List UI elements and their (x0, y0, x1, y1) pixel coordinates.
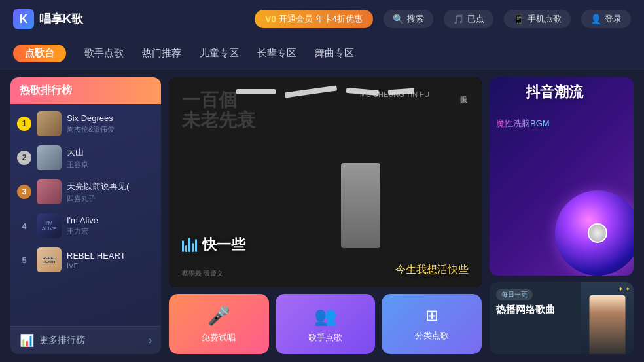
stars-decoration: ✦ ✦ (618, 285, 630, 293)
nav-item-hot[interactable]: 热门推荐 (142, 45, 181, 62)
more-chart-label: 更多排行榜 (39, 335, 85, 346)
video-scene: 一百個 未老先衰 MC CHEUNG TIN FU 張天賦 快一些 今生我想活快… (169, 77, 482, 287)
chart-info-1: Six Degrees 周杰伦&派伟俊 (67, 113, 154, 134)
daily-person-figure (590, 295, 626, 354)
chart-title-5: REBEL HEART (67, 251, 154, 261)
action-row: 🎤 免费试唱 👥 歌手点歌 ⊞ 分类点歌 (169, 294, 482, 354)
arrow-right-icon: › (149, 335, 152, 346)
chart-thumb-1 (37, 111, 62, 136)
vip-label: 开通会员 年卡4折优惠 (279, 13, 363, 25)
lyrics-main-text: 快一些 (202, 235, 245, 255)
mobile-label: 手机点歌 (528, 13, 562, 25)
vip-prefix: V0 (265, 14, 276, 24)
lyrics-sub-text: 今生我想活快些 (395, 263, 469, 277)
nav-item-children[interactable]: 儿童专区 (200, 45, 239, 62)
chart-thumb-4: I'MALIVE (37, 213, 62, 238)
chart-artist-2: 王容卓 (67, 160, 154, 170)
chart-thumb-2 (37, 145, 62, 170)
login-button[interactable]: 👤 登录 (581, 10, 631, 28)
chart-artist-5: IVE (67, 262, 154, 270)
microphone-icon: 🎤 (207, 305, 230, 327)
chart-item-2[interactable]: 2 大山 王容卓 (10, 141, 161, 175)
chart-header: 热歌排行榜 (10, 77, 161, 104)
video-text-overlay: 一百個 未老先衰 (182, 90, 255, 131)
chart-title-1: Six Degrees (67, 113, 154, 123)
chart-panel: 热歌排行榜 1 Six Degrees 周杰伦&派伟俊 2 大山 王容卓 (10, 77, 161, 354)
chart-title-4: I'm Alive (67, 215, 154, 225)
daily-left: 每日一更 热播网络歌曲 (490, 282, 581, 354)
rank-badge-4: 4 (17, 219, 31, 233)
chart-item-4[interactable]: 4 I'MALIVE I'm Alive 王力宏 (10, 209, 161, 243)
more-chart-button[interactable]: 📊 更多排行榜 › (10, 326, 161, 354)
lyrics-bar: 快一些 (182, 235, 245, 255)
chart-info-4: I'm Alive 王力宏 (67, 215, 154, 236)
singer-song-button[interactable]: 👥 歌手点歌 (276, 294, 376, 354)
chart-artist-4: 王力宏 (67, 226, 154, 236)
app-logo-text: 唱享K歌 (39, 11, 83, 27)
daily-title: 热播网络歌曲 (496, 303, 575, 316)
disc-inner (588, 223, 607, 243)
rank-badge-3: 3 (17, 185, 31, 199)
rank-badge-1: 1 (17, 117, 31, 131)
queue-icon: 🎵 (453, 14, 464, 24)
nav-item-song-stage[interactable]: 点歌台 (13, 45, 66, 62)
chart-title-3: 天亮以前说再见( (67, 181, 154, 192)
daily-tag: 每日一更 (496, 289, 533, 300)
video-mc-name: MC CHEUNG TIN FU (360, 90, 429, 98)
video-person (341, 163, 380, 248)
nav-bar: 点歌台 歌手点歌 热门推荐 儿童专区 长辈专区 舞曲专区 (0, 38, 644, 69)
center-panel: 一百個 未老先衰 MC CHEUNG TIN FU 張天賦 快一些 今生我想活快… (169, 77, 482, 354)
queue-label: 已点 (467, 13, 484, 25)
disc-outer (555, 190, 634, 276)
search-label: 搜索 (407, 13, 424, 25)
rank-badge-2: 2 (17, 151, 31, 165)
singer-song-label: 歌手点歌 (308, 332, 342, 344)
chart-title: 热歌排行榜 (20, 84, 72, 96)
video-light-2 (285, 85, 337, 98)
rank-badge-5: 5 (17, 253, 31, 267)
category-icon: ⊞ (425, 306, 438, 325)
tiktok-subtitle: 魔性洗脑BGM (496, 118, 550, 130)
nav-item-dance[interactable]: 舞曲专区 (315, 45, 354, 62)
user-icon: 👤 (590, 14, 601, 24)
chart-bar-icon: 📊 (20, 333, 34, 348)
chart-thumb-5: REBELHEART (37, 247, 62, 272)
category-song-label: 分类点歌 (415, 330, 449, 342)
login-label: 登录 (605, 13, 622, 25)
queue-button[interactable]: 🎵 已点 (444, 10, 493, 28)
mobile-song-button[interactable]: 📱 手机点歌 (504, 10, 571, 28)
chart-info-2: 大山 王容卓 (67, 147, 154, 170)
tiktok-disc (555, 190, 634, 276)
tiktok-banner[interactable]: 抖音潮流 魔性洗脑BGM (490, 77, 634, 276)
vip-button[interactable]: V0 开通会员 年卡4折优惠 (255, 10, 373, 28)
chart-item-5[interactable]: 5 REBELHEART REBEL HEART IVE (10, 243, 161, 277)
app-logo-icon: K (13, 9, 34, 29)
free-trial-button[interactable]: 🎤 免费试唱 (169, 294, 269, 354)
nav-item-singer[interactable]: 歌手点歌 (84, 45, 124, 62)
video-area: 一百個 未老先衰 MC CHEUNG TIN FU 張天賦 快一些 今生我想活快… (169, 77, 482, 287)
daily-banner[interactable]: 每日一更 热播网络歌曲 ✦ ✦ (490, 282, 634, 354)
mobile-icon: 📱 (513, 14, 524, 24)
singer-icon: 👥 (314, 305, 337, 327)
chart-item-1[interactable]: 1 Six Degrees 周杰伦&派伟俊 (10, 107, 161, 141)
chart-artist-1: 周杰伦&派伟俊 (67, 124, 154, 134)
chart-info-5: REBEL HEART IVE (67, 251, 154, 270)
lyrics-wave (182, 238, 197, 252)
video-singer-info: 蔡學義 張慶文 (182, 269, 223, 278)
chart-title-2: 大山 (67, 147, 154, 158)
chart-info-3: 天亮以前说再见( 四喜丸子 (67, 181, 154, 204)
search-icon: 🔍 (393, 14, 404, 24)
search-button[interactable]: 🔍 搜索 (384, 10, 433, 28)
category-song-button[interactable]: ⊞ 分类点歌 (382, 294, 482, 354)
chart-thumb-3 (37, 179, 62, 204)
nav-item-elder[interactable]: 长辈专区 (257, 45, 296, 62)
tiktok-title: 抖音潮流 (526, 84, 583, 100)
chart-artist-3: 四喜丸子 (67, 194, 154, 204)
chart-list: 1 Six Degrees 周杰伦&派伟俊 2 大山 王容卓 3 (10, 104, 161, 326)
daily-right: ✦ ✦ (581, 282, 634, 354)
main-content: 热歌排行榜 1 Six Degrees 周杰伦&派伟俊 2 大山 王容卓 (0, 69, 644, 362)
daily-person-bg: ✦ ✦ (581, 282, 634, 354)
right-panel: 抖音潮流 魔性洗脑BGM 每日一更 热播网络歌曲 ✦ ✦ (490, 77, 634, 354)
chart-item-3[interactable]: 3 天亮以前说再见( 四喜丸子 (10, 175, 161, 209)
header: K 唱享K歌 V0 开通会员 年卡4折优惠 🔍 搜索 🎵 已点 📱 手机点歌 👤… (0, 0, 644, 38)
